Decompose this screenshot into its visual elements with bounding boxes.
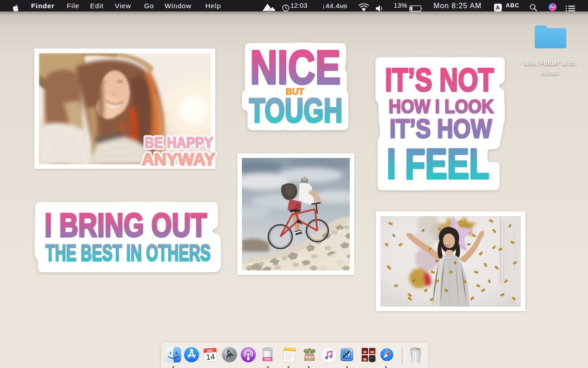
svg-text:15%: 15%	[264, 357, 271, 361]
svg-text:BUT: BUT	[286, 86, 304, 97]
svg-text:ANYWAY: ANYWAY	[142, 150, 215, 169]
svg-text:M: M	[268, 9, 272, 12]
svg-text:IT’S NOT: IT’S NOT	[385, 62, 494, 98]
svg-text:I BRING OUT: I BRING OUT	[45, 206, 207, 244]
svg-text:I FEEL: I FEEL	[387, 141, 489, 187]
svg-text:14: 14	[206, 352, 215, 362]
svg-text:BE HAPPY: BE HAPPY	[144, 134, 213, 151]
svg-text:IT’S HOW: IT’S HOW	[390, 114, 492, 143]
svg-text:Stickers: Stickers	[305, 355, 314, 359]
svg-text:TOUGH: TOUGH	[249, 92, 342, 130]
svg-text:DEC: DEC	[207, 349, 213, 352]
svg-text:THE BEST IN OTHERS: THE BEST IN OTHERS	[46, 240, 211, 266]
svg-text:A: A	[496, 5, 500, 11]
